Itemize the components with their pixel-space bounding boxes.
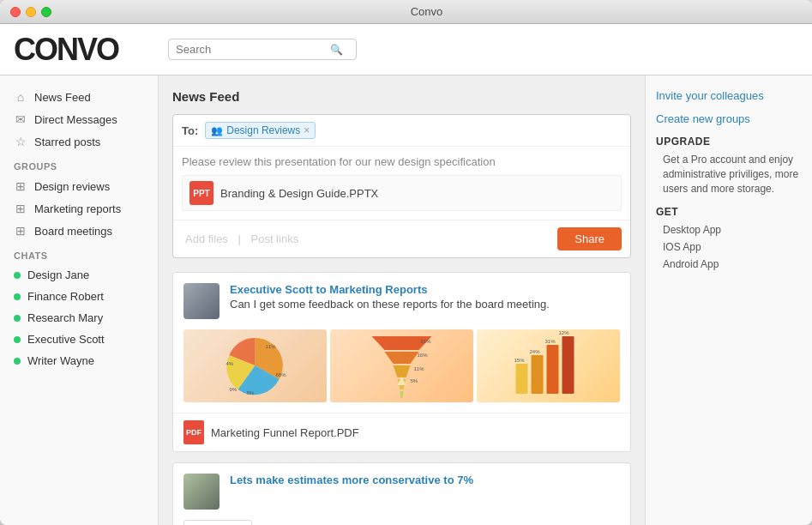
post-1-text: Can I get some feedback on these reports… <box>230 298 620 311</box>
traffic-lights <box>10 7 51 17</box>
desktop-app-link[interactable]: Desktop App <box>663 223 802 238</box>
tag-label: Design Reviews <box>226 124 300 136</box>
center-content: News Feed To: 👥 Design Reviews × Please … <box>159 75 645 525</box>
svg-text:5%: 5% <box>411 378 418 383</box>
svg-text:11%: 11% <box>414 366 425 371</box>
app-logo: CONVO <box>14 32 168 68</box>
divider: | <box>238 232 244 245</box>
sidebar-item-design-jane[interactable]: Design Jane <box>0 264 158 286</box>
bar-chart-svg: 15% 24% 31% 12% <box>477 329 620 402</box>
funnel-chart: 21% 16% 11% 5% <box>330 329 473 402</box>
sidebar-item-design-reviews[interactable]: ⊞ Design reviews <box>0 175 158 197</box>
sidebar-item-news-feed[interactable]: ⌂ News Feed <box>0 86 158 108</box>
post-1-charts: 11% 68% 9% 4% 8% <box>173 329 630 413</box>
share-button[interactable]: Share <box>557 227 622 250</box>
post-2-author: Lets make estimates more conservative to… <box>230 474 620 486</box>
upgrade-text: Get a Pro account and enjoy administrati… <box>663 153 802 196</box>
post-composer: To: 👥 Design Reviews × Please review thi… <box>172 114 631 258</box>
sidebar-item-writer-wayne[interactable]: Writer Wayne <box>0 350 158 371</box>
sidebar-item-marketing-reports[interactable]: ⊞ Marketing reports <box>0 197 158 220</box>
sidebar-item-research-mary[interactable]: Research Mary <box>0 307 158 329</box>
svg-rect-18 <box>562 336 574 394</box>
svg-text:24%: 24% <box>530 349 541 354</box>
svg-text:11%: 11% <box>266 344 277 349</box>
svg-text:12%: 12% <box>559 330 570 335</box>
app-header: CONVO 🔍 <box>0 24 812 75</box>
android-app-link[interactable]: Android App <box>663 257 802 272</box>
bar-chart: 15% 24% 31% 12% <box>477 329 620 402</box>
online-indicator <box>14 315 21 322</box>
post-1-file: PDF Marketing Funnel Report.PDF <box>173 413 630 451</box>
chats-label: CHATS <box>0 242 158 264</box>
post-1-author: Executive Scott to Marketing Reports <box>230 283 620 296</box>
composer-body: Please review this presentation for our … <box>173 147 630 220</box>
svg-text:16%: 16% <box>418 353 429 358</box>
add-files-link[interactable]: Add files <box>185 232 228 245</box>
right-sidebar: Invite your colleagues Create new groups… <box>645 75 812 525</box>
get-label: GET <box>656 206 802 218</box>
search-box[interactable]: 🔍 <box>168 39 357 60</box>
svg-text:21%: 21% <box>421 339 432 344</box>
upgrade-label: UPGRADE <box>656 136 802 148</box>
group-icon: ⊞ <box>14 224 27 238</box>
star-icon: ☆ <box>14 135 27 148</box>
house-icon: ⌂ <box>14 90 27 104</box>
online-indicator <box>14 293 21 300</box>
attachment-type-icon: PPT <box>189 181 214 205</box>
tag-group-icon: 👥 <box>211 125 223 136</box>
search-icon: 🔍 <box>330 44 343 56</box>
svg-text:8%: 8% <box>247 390 255 395</box>
svg-text:4%: 4% <box>226 361 234 366</box>
estimate-chart-svg <box>183 520 252 525</box>
main-layout: ⌂ News Feed ✉ Direct Messages ☆ Starred … <box>0 75 812 525</box>
svg-rect-17 <box>547 345 559 394</box>
pie-chart-svg: 11% 68% 9% 4% 8% <box>183 329 327 402</box>
post-1-avatar <box>183 283 220 319</box>
svg-rect-16 <box>532 355 544 394</box>
online-indicator <box>14 336 21 343</box>
tag-remove-button[interactable]: × <box>304 124 310 136</box>
newsfeed-title: News Feed <box>172 89 631 104</box>
sidebar-item-board-meetings[interactable]: ⊞ Board meetings <box>0 220 158 242</box>
post-2-chart-wrap <box>173 520 630 525</box>
svg-marker-9 <box>400 391 404 398</box>
close-button[interactable] <box>10 7 21 17</box>
composer-footer: Add files | Post links Share <box>173 220 630 257</box>
composer-actions: Add files | Post links <box>182 232 302 245</box>
invite-colleagues-link[interactable]: Invite your colleagues <box>656 89 802 102</box>
post-1-file-name: Marketing Funnel Report.PDF <box>211 426 359 439</box>
groups-label: GROUPS <box>0 153 158 175</box>
composer-to-row: To: 👥 Design Reviews × <box>173 115 630 147</box>
search-input[interactable] <box>176 43 330 56</box>
svg-text:9%: 9% <box>230 387 238 392</box>
post-2-avatar <box>183 474 220 510</box>
maximize-button[interactable] <box>41 7 51 17</box>
to-label: To: <box>182 124 198 137</box>
titlebar: Convo <box>0 0 812 24</box>
svg-text:68%: 68% <box>276 372 287 377</box>
svg-marker-6 <box>385 352 419 364</box>
funnel-chart-svg: 21% 16% 11% 5% <box>330 329 473 402</box>
sidebar-item-starred-posts[interactable]: ☆ Starred posts <box>0 130 158 153</box>
attachment-name: Branding & Design Guide.PPTX <box>220 187 378 200</box>
online-indicator <box>14 358 21 365</box>
envelope-icon: ✉ <box>14 112 27 126</box>
create-groups-link[interactable]: Create new groups <box>656 112 802 125</box>
post-links-link[interactable]: Post links <box>251 232 299 245</box>
sidebar: ⌂ News Feed ✉ Direct Messages ☆ Starred … <box>0 75 159 525</box>
post-2: Lets make estimates more conservative to… <box>172 462 631 525</box>
sidebar-item-finance-robert[interactable]: Finance Robert <box>0 286 158 307</box>
svg-text:31%: 31% <box>545 339 556 344</box>
post-2-header: Lets make estimates more conservative to… <box>173 463 630 520</box>
minimize-button[interactable] <box>26 7 36 17</box>
recipient-tag[interactable]: 👥 Design Reviews × <box>205 122 316 139</box>
post-1-header: Executive Scott to Marketing Reports Can… <box>173 273 630 329</box>
group-icon: ⊞ <box>14 202 27 215</box>
sidebar-item-executive-scott[interactable]: Executive Scott <box>0 329 158 350</box>
ios-app-link[interactable]: IOS App <box>663 240 802 255</box>
sidebar-item-direct-messages[interactable]: ✉ Direct Messages <box>0 108 158 130</box>
pie-chart: 11% 68% 9% 4% 8% <box>183 329 327 402</box>
composer-attachment: PPT Branding & Design Guide.PPTX <box>182 175 622 211</box>
svg-marker-7 <box>394 365 411 377</box>
pdf-icon: PDF <box>183 420 204 444</box>
